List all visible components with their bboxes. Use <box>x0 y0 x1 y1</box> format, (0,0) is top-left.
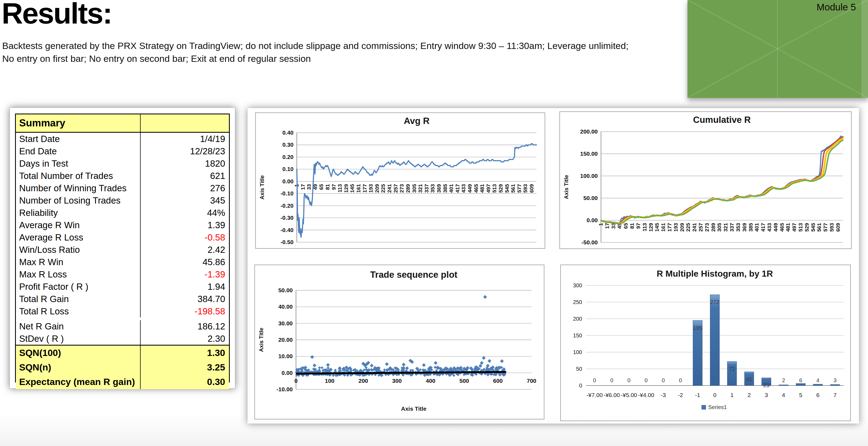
y-tick-label: 0.00 <box>282 178 293 184</box>
scatter-point <box>320 366 323 369</box>
row-label: Reliability <box>16 207 141 219</box>
scatter-point <box>405 366 409 370</box>
bar-value-label: 3 <box>834 377 837 383</box>
x-tick-label: 593 <box>829 223 835 232</box>
page-title: Results: <box>2 0 112 30</box>
x-tick-label: 300 <box>392 378 402 384</box>
x-tick-label: 145 <box>654 223 660 232</box>
x-tick-label: 529 <box>804 223 810 232</box>
row-value: 2.42 <box>141 243 229 256</box>
x-tick-label: 0 <box>294 378 298 384</box>
x-tick-label: 600 <box>493 378 502 384</box>
row-label: SQN(n) <box>16 360 141 375</box>
bottom-shadow-gradient <box>0 413 868 446</box>
bar-value-label: 0 <box>645 377 648 383</box>
y-tick-label: 150.00 <box>580 150 598 157</box>
x-category-label: 2 <box>748 392 751 398</box>
subtitle-line-1: Backtests generated by the PRX Strategy … <box>2 39 867 52</box>
x-tick-label: 529 <box>498 184 504 193</box>
x-tick-label: 225 <box>380 184 386 192</box>
scatter-point <box>313 364 316 367</box>
x-tick-label: 369 <box>742 223 747 232</box>
bar-0 <box>710 295 719 386</box>
row-value: 1/4/19 <box>141 133 229 145</box>
bar-1 <box>727 361 737 386</box>
y-tick-label: -0.50 <box>280 239 293 245</box>
x-tick-label: 401 <box>754 223 760 232</box>
scatter-point <box>326 363 330 367</box>
table-row: Win/Loss Ratio2.42 <box>16 243 229 256</box>
y-tick-label: -50.00 <box>581 239 598 245</box>
x-tick-label: 337 <box>424 184 430 193</box>
bar-value-label: 195 <box>693 325 702 331</box>
series-line-series4 <box>601 140 843 224</box>
row-value: 1.39 <box>141 219 229 231</box>
bar-value-label: 272 <box>710 299 719 305</box>
x-tick-label: 177 <box>362 184 368 193</box>
x-tick-label: 337 <box>729 223 735 232</box>
row-label: Net R Gain <box>16 320 141 332</box>
x-category-label: -¥4.00 <box>638 392 654 398</box>
scatter-point <box>482 356 486 360</box>
y-tick-label: 50 <box>576 366 582 372</box>
x-tick-label: 561 <box>510 184 516 192</box>
x-tick-label: 193 <box>368 184 374 193</box>
y-tick-label: 20.00 <box>278 336 293 343</box>
x-tick-label: 200 <box>359 378 368 384</box>
y-tick-label: 100.00 <box>580 173 598 179</box>
x-tick-label: 401 <box>448 184 454 192</box>
x-tick-label: 177 <box>666 223 673 232</box>
y-tick-label: 250 <box>573 299 582 305</box>
y-tick-label: 0.40 <box>282 129 293 136</box>
summary-table: SummaryStart Date1/4/19End Date12/28/23D… <box>15 114 230 383</box>
scatter-point <box>484 295 487 299</box>
charts-panel: 0.400.300.200.100.00-0.10-0.20-0.30-0.40… <box>248 108 859 423</box>
bar-6 <box>813 384 823 386</box>
summary-table-block: SummaryStart Date1/4/19End Date12/28/23D… <box>9 108 235 389</box>
y-tick-label: -0.20 <box>280 203 293 209</box>
avg-r-chart-canvas: 0.400.300.200.100.00-0.10-0.20-0.30-0.40… <box>256 113 545 248</box>
x-tick-label: 497 <box>792 223 797 232</box>
y-tick-label: 0.30 <box>282 142 293 148</box>
x-tick-label: 289 <box>710 223 716 232</box>
chart-title: Trade sequence plot <box>370 269 457 280</box>
table-row: StDev ( R )2.30 <box>16 332 229 345</box>
table-row: Net R Gain186.12 <box>16 320 229 332</box>
scatter-point <box>383 368 386 371</box>
scatter-point <box>488 359 491 363</box>
row-label: Profit Factor ( R ) <box>16 280 141 293</box>
x-tick-label: 561 <box>816 223 822 232</box>
x-tick-label: 273 <box>704 223 710 232</box>
x-tick-label: 545 <box>810 223 816 232</box>
scatter-point <box>304 366 307 369</box>
y-axis-title: Axis Title <box>563 175 569 199</box>
row-label: Number of Winning Trades <box>16 182 141 194</box>
x-tick-label: 129 <box>648 223 654 232</box>
x-tick-label: 1 <box>598 223 604 226</box>
x-tick-label: 65 <box>318 184 324 190</box>
scatter-point <box>500 359 504 363</box>
y-tick-label: 200.00 <box>580 128 598 135</box>
legend-swatch <box>702 405 706 409</box>
x-tick-label: 577 <box>517 184 522 193</box>
row-label: Days in Test <box>16 157 141 170</box>
x-tick-label: 513 <box>492 184 497 193</box>
x-tick-label: 161 <box>355 184 361 192</box>
x-tick-label: 145 <box>349 184 355 192</box>
bar-value-label: 0 <box>662 377 665 383</box>
cumulative-r-chart-canvas: 200.00150.00100.0050.000.00-50.001173349… <box>560 112 851 248</box>
x-tick-label: 400 <box>426 378 435 384</box>
y-tick-label: 0.20 <box>282 154 293 160</box>
table-header-row: Summary <box>16 114 229 133</box>
scatter-point <box>434 361 437 365</box>
x-tick-label: 100 <box>325 378 334 384</box>
x-tick-label: 465 <box>779 223 785 232</box>
x-tick-label: 33 <box>306 184 312 190</box>
table-row: Total R Loss-198.58 <box>16 305 229 318</box>
cumulative-r-chart: 200.00150.00100.0050.000.00-50.001173349… <box>559 111 851 249</box>
chart-title: Avg R <box>404 116 430 126</box>
x-tick-label: 241 <box>691 223 697 232</box>
scatter-point <box>422 363 426 367</box>
x-tick-label: 97 <box>636 223 641 229</box>
x-tick-label: 17 <box>300 184 306 190</box>
